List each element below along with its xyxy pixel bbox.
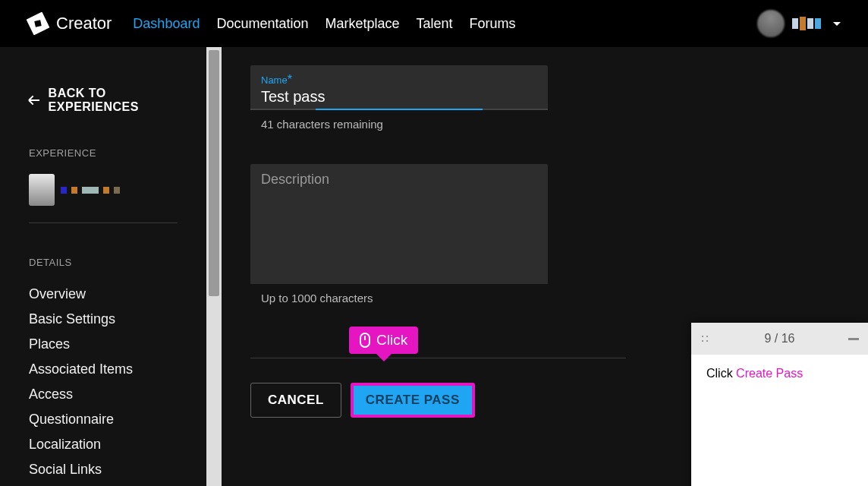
sidebar-divider — [29, 222, 178, 223]
chevron-down-icon[interactable] — [833, 22, 841, 26]
mouse-icon — [360, 333, 370, 348]
name-helper-text: 41 characters remaining — [261, 118, 548, 131]
sidebar-item-places[interactable]: Places — [29, 332, 178, 357]
nav-documentation[interactable]: Documentation — [216, 16, 308, 32]
sidebar-wrapper: BACK TO EXPERIENCES EXPERIENCE DETAILS O… — [0, 47, 222, 486]
nav-dashboard[interactable]: Dashboard — [133, 16, 200, 32]
step-counter: 9 / 16 — [764, 332, 794, 346]
sidebar-item-overview[interactable]: Overview — [29, 282, 178, 307]
sidebar-item-updates[interactable]: Updates — [29, 482, 178, 486]
experience-name-censored — [61, 187, 120, 194]
back-label: BACK TO EXPERIENCES — [49, 87, 178, 114]
logo-area[interactable]: Creator — [27, 13, 112, 34]
name-field-group: Name* — [250, 65, 548, 110]
drag-handle-icon[interactable] — [700, 334, 709, 343]
logo-text: Creator — [56, 14, 112, 33]
tooltip-label: Click — [376, 332, 407, 349]
user-avatar-icon[interactable] — [757, 10, 785, 37]
instruction-link: Create Pass — [736, 367, 803, 380]
sidebar-scrollbar[interactable] — [206, 47, 222, 486]
name-underline-active — [316, 109, 483, 110]
name-label: Name — [261, 74, 288, 86]
scrollbar-thumb[interactable] — [209, 50, 219, 296]
nav-forums[interactable]: Forums — [470, 16, 516, 32]
nav-marketplace[interactable]: Marketplace — [326, 16, 400, 32]
details-menu: Overview Basic Settings Places Associate… — [29, 282, 178, 486]
description-helper-text: Up to 1000 characters — [261, 292, 548, 305]
form-divider — [250, 358, 626, 358]
instruction-body: Click Create Pass — [691, 355, 868, 393]
header-user-area — [757, 10, 841, 37]
nav-talent[interactable]: Talent — [417, 16, 453, 32]
instruction-header: 9 / 16 — [691, 323, 868, 355]
main-nav: Dashboard Documentation Marketplace Tale… — [133, 16, 515, 32]
back-to-experiences-link[interactable]: BACK TO EXPERIENCES — [29, 87, 178, 114]
description-label: Description — [261, 172, 329, 187]
create-pass-form: Name* 41 characters remaining Descriptio… — [250, 65, 548, 305]
create-pass-button[interactable]: CREATE PASS — [351, 383, 475, 418]
instruction-prefix: Click — [706, 367, 736, 380]
section-label-details: DETAILS — [29, 257, 178, 268]
sidebar-item-access[interactable]: Access — [29, 382, 178, 407]
required-indicator: * — [288, 73, 292, 86]
roblox-logo-icon — [25, 11, 50, 36]
top-header: Creator Dashboard Documentation Marketpl… — [0, 0, 868, 47]
click-tooltip: Click — [349, 327, 418, 354]
cancel-button[interactable]: CANCEL — [250, 383, 341, 418]
sidebar-item-basic-settings[interactable]: Basic Settings — [29, 307, 178, 332]
name-input[interactable] — [261, 88, 537, 106]
instruction-panel: 9 / 16 Click Create Pass — [691, 323, 868, 486]
username-censored — [792, 17, 821, 30]
back-arrow-icon — [29, 99, 39, 101]
sidebar: BACK TO EXPERIENCES EXPERIENCE DETAILS O… — [0, 47, 206, 486]
description-field-group[interactable]: Description — [250, 164, 548, 284]
sidebar-item-associated-items[interactable]: Associated Items — [29, 357, 178, 382]
sidebar-item-questionnaire[interactable]: Questionnaire — [29, 407, 178, 432]
section-label-experience: EXPERIENCE — [29, 147, 178, 159]
sidebar-item-social-links[interactable]: Social Links — [29, 457, 178, 482]
minimize-icon[interactable] — [848, 338, 859, 340]
sidebar-item-localization[interactable]: Localization — [29, 432, 178, 457]
experience-thumbnail-icon — [29, 174, 55, 206]
experience-item[interactable] — [29, 174, 178, 206]
